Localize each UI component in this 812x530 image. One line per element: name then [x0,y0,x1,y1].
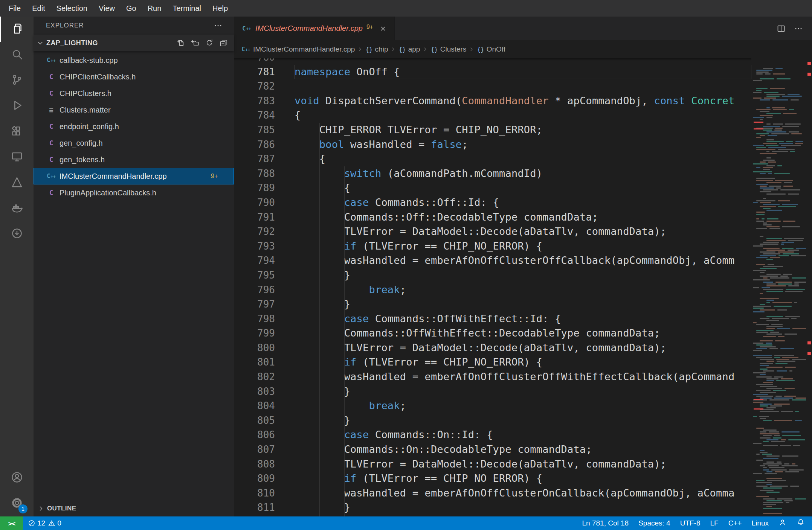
code-line-799[interactable]: 799 Commands::OffWithEffect::DecodableTy… [234,326,751,341]
os-indicator[interactable]: Linux [747,516,774,530]
file-item-chipclusters-h[interactable]: CCHIPClusters.h [34,85,234,102]
file-item-imclustercommandhandler-cpp[interactable]: C++IMClusterCommandHandler.cpp9+ [34,168,234,184]
activity-source-control[interactable] [0,68,34,93]
line-number: 792 [234,224,295,239]
notifications-bell[interactable] [792,516,810,530]
code-line-794[interactable]: 794 wasHandled = emberAfOnOffClusterOffC… [234,253,751,268]
overview-ruler[interactable] [806,58,812,516]
eol-indicator[interactable]: LF [705,516,723,530]
code-line-804[interactable]: 804 break; [234,399,751,413]
code-editor[interactable]: 780781namespace OnOff {782783void Dispat… [234,58,751,516]
code-line-809[interactable]: 809 if (TLVError == CHIP_NO_ERROR) { [234,471,751,486]
code-line-789[interactable]: 789 { [234,181,751,195]
refresh-icon[interactable] [205,39,214,47]
code-line-790[interactable]: 790 case Commands::Off::Id: { [234,195,751,210]
code-line-785[interactable]: 785 CHIP_ERROR TLVError = CHIP_NO_ERROR; [234,123,751,137]
activity-docker[interactable] [0,196,34,221]
code-line-805[interactable]: 805 } [234,413,751,428]
code-line-796[interactable]: 796 break; [234,283,751,297]
line-col-indicator[interactable]: Ln 781, Col 18 [577,516,634,530]
activity-settings[interactable]: 1 [0,491,34,516]
code-line-784[interactable]: 784{ [234,108,751,123]
more-actions-icon[interactable] [214,21,223,30]
code-line-793[interactable]: 793 if (TLVError == CHIP_NO_ERROR) { [234,239,751,254]
file-item-pluginapplicationcallbacks-h[interactable]: CPluginApplicationCallbacks.h [34,184,234,201]
activity-remote-explorer[interactable] [0,145,34,170]
code-line-810[interactable]: 810 wasHandled = emberAfOnOffClusterOnCa… [234,486,751,501]
code-line-783[interactable]: 783void DispatchServerCommand(CommandHan… [234,94,751,108]
activity-accounts[interactable] [0,465,34,491]
code-line-801[interactable]: 801 if (TLVError == CHIP_NO_ERROR) { [234,355,751,370]
file-name: IMClusterCommandHandler.cpp [60,172,167,181]
code-line-787[interactable]: 787 { [234,152,751,166]
code-line-780[interactable]: 780 [234,58,751,65]
code-line-811[interactable]: 811 } [234,500,751,515]
outline-section-header[interactable]: OUTLINE [34,500,234,516]
namespace-symbol-icon: {} [477,46,484,53]
breadcrumb-item-imclustercommandhandler-cpp[interactable]: C++IMClusterCommandHandler.cpp [240,44,356,54]
activity-cmake[interactable] [0,170,34,196]
collapse-all-icon[interactable] [220,39,228,47]
activity-extensions[interactable] [0,119,34,145]
code-text: if (TLVError == CHIP_NO_ERROR) { [295,239,751,254]
close-icon[interactable] [379,25,387,32]
code-line-795[interactable]: 795 } [234,268,751,283]
breadcrumb-item-app[interactable]: {}app [398,45,421,53]
folder-section-header[interactable]: ZAP_LIGHTING [34,35,234,51]
code-line-797[interactable]: 797 } [234,297,751,312]
feedback-icon [778,518,787,528]
breadcrumb-item-chip[interactable]: {}chip [365,45,389,53]
code-line-808[interactable]: 808 TLVError = DataModel::Decode(aDataTl… [234,457,751,472]
activity-circle-arrow[interactable] [0,221,34,247]
file-list: C++callback-stub.cppCCHIPClientCallbacks… [34,51,234,500]
minimap[interactable] [751,58,806,516]
menu-view[interactable]: View [93,0,121,17]
remote-button[interactable]: >< [0,516,23,530]
code-text: break; [295,283,751,297]
breadcrumb-item-clusters[interactable]: {}Clusters [430,45,467,53]
code-line-786[interactable]: 786 bool wasHandled = false; [234,137,751,152]
h-file-icon: C [46,88,56,98]
code-text: } [295,297,751,312]
menu-run[interactable]: Run [142,0,167,17]
menu-file[interactable]: File [3,0,26,17]
file-item-chipclientcallbacks-h[interactable]: CCHIPClientCallbacks.h [34,69,234,85]
code-line-782[interactable]: 782 [234,79,751,94]
file-item-gen-tokens-h[interactable]: Cgen_tokens.h [34,151,234,168]
new-folder-icon[interactable] [191,39,199,47]
feedback-button[interactable] [774,516,792,530]
tab-imclustercommandhandler[interactable]: C++ IMClusterCommandHandler.cpp 9+ [234,17,395,40]
activity-search[interactable] [0,42,34,68]
namespace-symbol-icon: {} [365,46,372,53]
language-indicator[interactable]: C++ [723,516,747,530]
activity-run-and-debug[interactable] [0,93,34,119]
code-line-800[interactable]: 800 TLVError = DataModel::Decode(aDataTl… [234,341,751,355]
file-item-clusters-matter[interactable]: ≡Clusters.matter [34,102,234,118]
code-line-802[interactable]: 802 wasHandled = emberAfOnOffClusterOffW… [234,370,751,384]
code-line-792[interactable]: 792 TLVError = DataModel::Decode(aDataTl… [234,224,751,239]
file-item-callback-stub-cpp[interactable]: C++callback-stub.cpp [34,52,234,69]
problems-button[interactable]: 12 0 [23,516,66,530]
menu-help[interactable]: Help [207,0,234,17]
new-file-icon[interactable] [177,39,185,47]
indentation-indicator[interactable]: Spaces: 4 [633,516,675,530]
menu-go[interactable]: Go [121,0,142,17]
activity-explorer[interactable] [0,17,34,42]
code-line-803[interactable]: 803 } [234,384,751,399]
menu-edit[interactable]: Edit [26,0,50,17]
menu-terminal[interactable]: Terminal [167,0,207,17]
code-line-807[interactable]: 807 Commands::On::DecodableType commandD… [234,442,751,457]
more-actions-icon[interactable] [794,24,803,33]
encoding-indicator[interactable]: UTF-8 [675,516,705,530]
code-line-791[interactable]: 791 Commands::Off::DecodableType command… [234,210,751,225]
menu-selection[interactable]: Selection [51,0,93,17]
file-item-endpoint-config-h[interactable]: Cendpoint_config.h [34,118,234,135]
split-editor-icon[interactable] [777,24,786,33]
code-line-788[interactable]: 788 switch (aCommandPath.mCommandId) [234,166,751,181]
code-line-798[interactable]: 798 case Commands::OffWithEffect::Id: { [234,312,751,326]
code-line-812[interactable]: 812 break; [234,515,751,516]
breadcrumb-item-onoff[interactable]: {}OnOff [476,45,506,53]
code-line-781[interactable]: 781namespace OnOff { [234,65,751,79]
file-item-gen-config-h[interactable]: Cgen_config.h [34,135,234,151]
code-line-806[interactable]: 806 case Commands::On::Id: { [234,428,751,442]
